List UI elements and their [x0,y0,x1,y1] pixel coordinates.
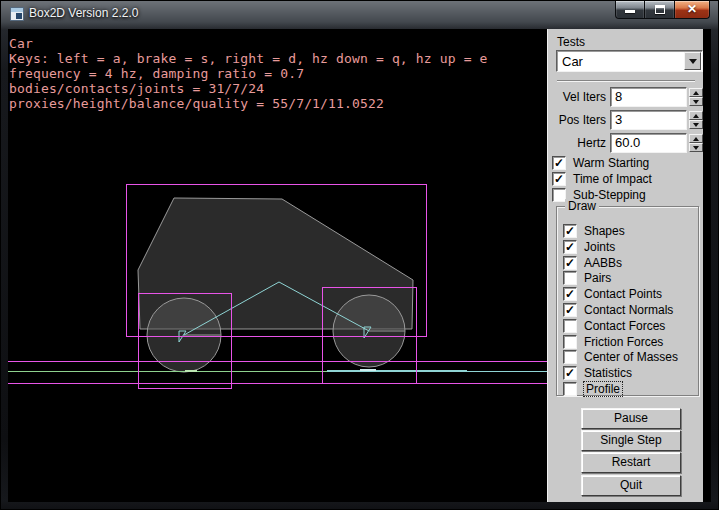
checkbox-contact-forces[interactable]: Contact Forces [563,318,665,334]
checkbox-label: Contact Normals [584,303,673,317]
maximize-icon [655,5,665,14]
checkbox-box[interactable]: ✓ [563,287,577,301]
checkbox-label: Contact Forces [584,319,665,333]
checkbox-aabbs[interactable]: ✓AABBs [563,255,622,271]
tests-selected-value: Car [562,54,583,69]
pos-iters-input[interactable]: 3 [610,110,687,130]
control-panel: Tests Car Vel Iters8Pos Iters3Hertz60.0 … [547,29,703,502]
close-icon: ✕ [675,1,709,17]
checkbox-pairs[interactable]: Pairs [563,270,611,286]
minimize-button[interactable] [615,1,645,19]
stats-line: frequency = 4 hz, damping ratio = 0.7 [9,66,488,81]
checkbox-box[interactable]: ✓ [563,366,577,380]
window-title: Box2D Version 2.2.0 [29,6,138,20]
checkbox-box[interactable] [563,335,577,349]
single-step-button[interactable]: Single Step [581,430,681,451]
checkbox-statistics[interactable]: ✓Statistics [563,365,632,381]
minimize-icon [625,10,635,13]
checkbox-box[interactable] [563,350,577,364]
pos-iters-stepper[interactable] [689,111,703,129]
checkbox-box[interactable]: ✓ [563,303,577,317]
spinner-up-icon[interactable] [689,111,703,120]
separator [557,80,695,82]
stats-line: Keys: left = a, brake = s, right = d, hz… [9,51,488,66]
checkbox-box[interactable]: ✓ [563,224,577,238]
checkbox-box[interactable] [563,319,577,333]
close-button[interactable]: ✕ [674,1,710,19]
spinner-up-icon[interactable] [689,88,703,97]
spinner-down-icon[interactable] [689,120,703,129]
quit-button[interactable]: Quit [581,475,681,496]
checkbox-profile[interactable]: Profile [563,381,622,397]
contact-point-marker [360,369,376,371]
hertz-stepper[interactable] [689,134,703,152]
checkbox-label: Statistics [584,366,632,380]
spinner-down-icon[interactable] [689,143,703,152]
stats-line: bodies/contacts/joints = 31/7/24 [9,81,488,96]
pos-iters-label: Pos Iters [548,110,606,130]
draw-group: Draw ✓Shapes✓Joints✓AABBsPairs✓Contact P… [556,206,699,396]
maximize-button[interactable] [645,1,674,19]
restart-button[interactable]: Restart [581,452,681,473]
checkbox-time-of-impact[interactable]: ✓Time of Impact [552,171,652,187]
checkbox-box[interactable]: ✓ [552,156,566,170]
checkbox-contact-normals[interactable]: ✓Contact Normals [563,302,673,318]
checkbox-box[interactable]: ✓ [552,172,566,186]
spinner-down-icon[interactable] [689,97,703,106]
checkbox-shapes[interactable]: ✓Shapes [563,223,625,239]
simulation-canvas[interactable]: CarKeys: left = a, brake = s, right = d,… [8,29,547,502]
checkbox-box[interactable] [563,271,577,285]
chevron-down-icon [689,59,697,64]
stats-line: Car [9,36,488,51]
hertz-row: Hertz60.0 [548,133,704,153]
checkbox-warm-starting[interactable]: ✓Warm Starting [552,155,649,171]
checkbox-center-of-masses[interactable]: Center of Masses [563,349,678,365]
draw-items: ✓Shapes✓Joints✓AABBsPairs✓Contact Points… [563,207,700,395]
pos-iters-row: Pos Iters3 [548,110,704,130]
spinner-up-icon[interactable] [689,134,703,143]
title-bar[interactable]: Box2D Version 2.2.0 ✕ [1,1,718,29]
checkbox-label: Joints [584,240,615,254]
stats-line: proxies/height/balance/quality = 55/7/1/… [9,96,488,111]
vel-iters-row: Vel Iters8 [548,87,704,107]
client-area: CarKeys: left = a, brake = s, right = d,… [8,29,711,502]
checkbox-friction-forces[interactable]: Friction Forces [563,334,663,350]
caption-buttons: ✕ [615,1,710,19]
checkbox-box[interactable] [552,188,566,202]
checkbox-label: Shapes [584,224,625,238]
stats-text: CarKeys: left = a, brake = s, right = d,… [9,36,488,111]
checkbox-label: Profile [584,382,622,396]
hertz-input[interactable]: 60.0 [610,133,687,153]
pause-button[interactable]: Pause [581,408,681,429]
vel-iters-input[interactable]: 8 [610,87,687,107]
vel-iters-stepper[interactable] [689,88,703,106]
dropdown-arrow-button[interactable] [684,52,701,70]
checkbox-contact-points[interactable]: ✓Contact Points [563,286,662,302]
checkbox-label: Contact Points [584,287,662,301]
app-icon [10,7,24,21]
app-window: Box2D Version 2.2.0 ✕ CarKeys: left = a,… [0,0,719,510]
checkbox-label: Warm Starting [573,156,649,170]
tests-label: Tests [557,35,585,49]
checkbox-label: Pairs [584,271,611,285]
checkbox-label: Friction Forces [584,335,663,349]
checkbox-box[interactable]: ✓ [563,256,577,270]
checkbox-box[interactable] [563,382,577,396]
vel-iters-label: Vel Iters [548,87,606,107]
checkbox-box[interactable]: ✓ [563,240,577,254]
tests-dropdown[interactable]: Car [556,50,703,72]
contact-point-marker [185,370,197,372]
checkbox-label: Time of Impact [573,172,652,186]
hertz-label: Hertz [548,133,606,153]
checkbox-label: AABBs [584,256,622,270]
checkbox-label: Center of Masses [584,350,678,364]
checkbox-joints[interactable]: ✓Joints [563,239,615,255]
